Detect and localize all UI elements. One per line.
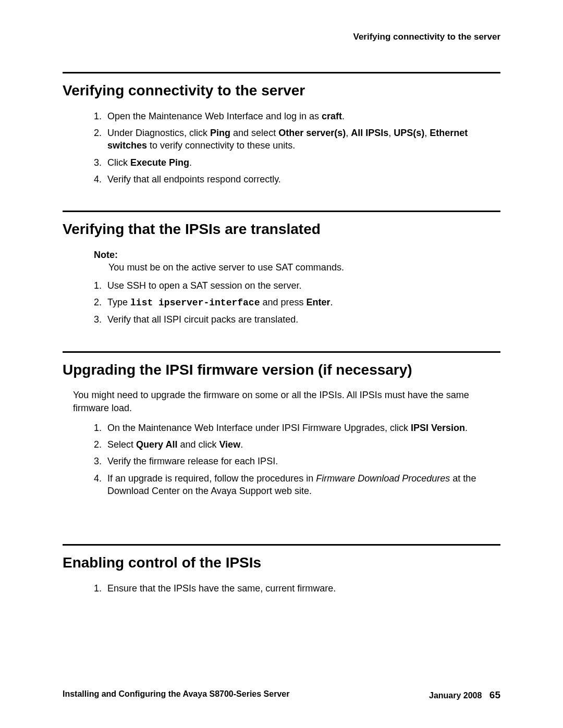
page-number: 65	[489, 689, 500, 700]
list-item: On the Maintenance Web Interface under I…	[104, 422, 500, 434]
steps-verifying-ipsis-translated: Use SSH to open a SAT session on the ser…	[63, 279, 500, 326]
steps-upgrading-ipsi-firmware: On the Maintenance Web Interface under I…	[63, 422, 500, 497]
heading-verifying-connectivity: Verifying connectivity to the server	[63, 81, 500, 101]
section-rule	[63, 211, 500, 212]
note-label: Note:	[94, 249, 500, 261]
section-rule	[63, 72, 500, 73]
note-body: You must be on the active server to use …	[108, 261, 500, 274]
list-item: Verify the firmware release for each IPS…	[104, 455, 500, 467]
list-item: Ensure that the IPSIs have the same, cur…	[104, 582, 500, 595]
page-footer: Installing and Configuring the Avaya S87…	[63, 688, 500, 702]
list-item: Click Execute Ping.	[104, 156, 500, 169]
footer-date: January 2008	[429, 691, 482, 700]
list-item: Verify that all ISPI circuit packs are t…	[104, 313, 500, 326]
footer-right: January 2008 65	[429, 688, 500, 702]
footer-title: Installing and Configuring the Avaya S87…	[63, 688, 289, 702]
command-text: list ipserver-interface	[130, 298, 260, 308]
steps-verifying-connectivity: Open the Maintenance Web Interface and l…	[63, 110, 500, 186]
heading-upgrading-ipsi-firmware: Upgrading the IPSI firmware version (if …	[63, 360, 500, 380]
heading-verifying-ipsis-translated: Verifying that the IPSIs are translated	[63, 219, 500, 239]
steps-enabling-control-ipsis: Ensure that the IPSIs have the same, cur…	[63, 582, 500, 595]
list-item: Use SSH to open a SAT session on the ser…	[104, 279, 500, 292]
page: Verifying connectivity to the server Ver…	[0, 0, 563, 728]
list-item: Select Query All and click View.	[104, 438, 500, 451]
heading-enabling-control-ipsis: Enabling control of the IPSIs	[63, 553, 500, 573]
section-rule	[63, 544, 500, 546]
intro-paragraph: You might need to upgrade the firmware o…	[73, 389, 490, 414]
list-item: Verify that all endpoints respond correc…	[104, 173, 500, 186]
list-item: Type list ipserver-interface and press E…	[104, 296, 500, 309]
note: Note: You must be on the active server t…	[94, 249, 500, 274]
list-item: Under Diagnostics, click Ping and select…	[104, 127, 500, 152]
running-header: Verifying connectivity to the server	[63, 31, 500, 43]
list-item: Open the Maintenance Web Interface and l…	[104, 110, 500, 122]
list-item: If an upgrade is required, follow the pr…	[104, 472, 500, 498]
section-rule	[63, 351, 500, 353]
